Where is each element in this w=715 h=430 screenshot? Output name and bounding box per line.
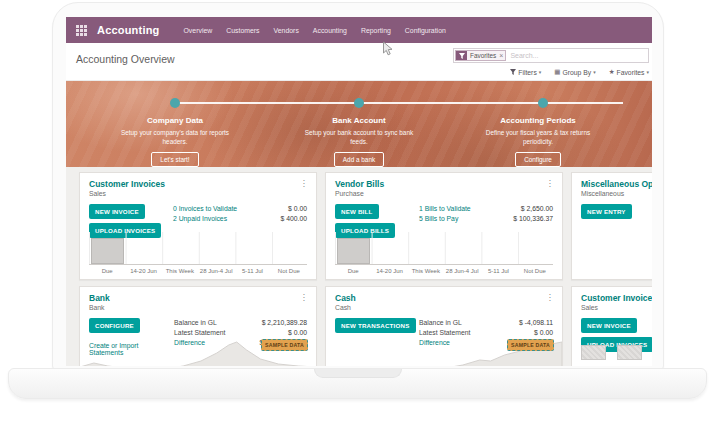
stat-row: 0 Invoices to Validate $ 0.00 bbox=[173, 205, 307, 212]
add-a-bank-button[interactable]: Add a bank bbox=[334, 152, 384, 167]
chevron-down-icon: ▾ bbox=[646, 69, 649, 75]
card-cash: Cash ⋮ Cash NEW TRANSACTIONS Balance in … bbox=[325, 286, 563, 366]
search-input[interactable] bbox=[506, 52, 647, 59]
new-entry-button[interactable]: NEW ENTRY bbox=[581, 204, 632, 219]
axis-label: 28 Jun-4 Jul bbox=[198, 265, 234, 279]
invoices-bar-chart: Due 14-20 Jun This Week 28 Jun-4 Jul 5-1… bbox=[89, 232, 307, 279]
stat-label: Balance in GL bbox=[419, 319, 462, 326]
mini-bar-chart bbox=[581, 345, 652, 360]
app-title: Accounting bbox=[97, 24, 160, 36]
stat-row: 5 Bills to Pay $ 100,336.37 bbox=[419, 215, 553, 222]
onboarding-step-company-data: Company Data Setup your company's data f… bbox=[100, 116, 250, 167]
card-miscellaneous-operations: Miscellaneous Operations ⋮ Miscellaneous… bbox=[571, 172, 652, 280]
group-by-label: Group By bbox=[562, 69, 591, 76]
menu-reporting[interactable]: Reporting bbox=[361, 27, 391, 34]
bar-due[interactable] bbox=[337, 238, 370, 264]
laptop-notch bbox=[314, 369, 402, 378]
menu-vendors[interactable]: Vendors bbox=[274, 27, 299, 34]
menu-overview[interactable]: Overview bbox=[184, 27, 213, 34]
filters-label: Filters bbox=[518, 69, 537, 76]
stat-label[interactable]: 0 Invoices to Validate bbox=[173, 205, 237, 212]
axis-label: 28 Jun-4 Jul bbox=[444, 265, 480, 279]
stat-value: $ 2,210,389.28 bbox=[262, 319, 307, 326]
axis-label: 14-20 Jun bbox=[125, 265, 161, 279]
new-bill-button[interactable]: NEW BILL bbox=[335, 204, 379, 219]
stat-value: $ -4,098.11 bbox=[519, 319, 553, 326]
axis-label: Due bbox=[335, 265, 371, 279]
onboarding-step-accounting-periods: Accounting Periods Define your fiscal ye… bbox=[463, 116, 613, 167]
card-subtitle: Cash bbox=[335, 304, 553, 311]
stat-row: Balance in GL $ -4,098.11 bbox=[419, 319, 553, 326]
card-customer-invoices-2: Customer Invoices ⋮ Sales NEW INVOICE UP… bbox=[571, 286, 652, 366]
onboarding-banner: Company Data Setup your company's data f… bbox=[66, 81, 652, 167]
kebab-menu-icon[interactable]: ⋮ bbox=[546, 292, 555, 302]
top-navbar: Accounting Overview Customers Vendors Ac… bbox=[66, 17, 652, 43]
stat-value: $ 0.00 bbox=[288, 205, 307, 212]
bar-due[interactable] bbox=[91, 238, 124, 264]
kebab-menu-icon[interactable]: ⋮ bbox=[300, 178, 309, 188]
kebab-menu-icon[interactable]: ⋮ bbox=[546, 178, 555, 188]
lets-start-button[interactable]: Let's start! bbox=[151, 152, 198, 167]
sample-data-badge: SAMPLE DATA bbox=[261, 339, 308, 351]
journal-dashboard: Customer Invoices ⋮ Sales NEW INVOICE UP… bbox=[66, 167, 652, 366]
new-transactions-button[interactable]: NEW TRANSACTIONS bbox=[335, 318, 416, 333]
search-options: Filters ▾ ▦ Group By ▾ ★ Favorites ▾ bbox=[510, 68, 649, 76]
step-title: Bank Account bbox=[284, 116, 434, 125]
group-by-button[interactable]: ▦ Group By ▾ bbox=[554, 68, 595, 76]
card-subtitle: Purchase bbox=[335, 190, 553, 197]
menu-accounting[interactable]: Accounting bbox=[313, 27, 347, 34]
kebab-menu-icon[interactable]: ⋮ bbox=[300, 292, 309, 302]
card-title[interactable]: Cash bbox=[335, 293, 553, 303]
stat-value: $ 100,336.37 bbox=[513, 215, 553, 222]
axis-label: 14-20 Jun bbox=[371, 265, 407, 279]
card-title[interactable]: Vendor Bills bbox=[335, 179, 553, 189]
funnel-icon bbox=[510, 69, 516, 75]
onboarding-step-bank-account: Bank Account Setup your bank account to … bbox=[284, 116, 434, 167]
favorites-button[interactable]: ★ Favorites ▾ bbox=[609, 68, 649, 76]
configure-statements-button[interactable]: CONFIGURE bbox=[89, 318, 140, 333]
card-title[interactable]: Bank bbox=[89, 293, 307, 303]
main-menu: Overview Customers Vendors Accounting Re… bbox=[184, 27, 446, 34]
card-subtitle: Sales bbox=[89, 190, 307, 197]
stat-label[interactable]: 2 Unpaid Invoices bbox=[173, 215, 227, 222]
menu-customers[interactable]: Customers bbox=[226, 27, 259, 34]
card-customer-invoices: Customer Invoices ⋮ Sales NEW INVOICE UP… bbox=[79, 172, 317, 280]
configure-button[interactable]: Configure bbox=[515, 152, 561, 167]
timeline-dot bbox=[170, 98, 180, 108]
stat-row: 2 Unpaid Invoices $ 400.00 bbox=[173, 215, 307, 222]
new-invoice-button[interactable]: NEW INVOICE bbox=[89, 204, 145, 219]
chart-axis: Due 14-20 Jun This Week 28 Jun-4 Jul 5-1… bbox=[89, 264, 307, 279]
odoo-window: Accounting Overview Customers Vendors Ac… bbox=[66, 17, 652, 366]
filters-button[interactable]: Filters ▾ bbox=[510, 69, 541, 76]
stat-label[interactable]: 5 Bills to Pay bbox=[419, 215, 458, 222]
stat-row: 1 Bills to Validate $ 2,650.00 bbox=[419, 205, 553, 212]
facet-remove-icon[interactable]: × bbox=[499, 51, 505, 60]
timeline-dot bbox=[354, 98, 364, 108]
chevron-down-icon: ▾ bbox=[593, 69, 596, 75]
card-subtitle: Sales bbox=[581, 304, 652, 311]
sample-data-badge: SAMPLE DATA bbox=[507, 339, 554, 351]
facet-label: Favorites bbox=[467, 51, 499, 60]
stat-value: $ 400.00 bbox=[281, 215, 307, 222]
axis-label: Not Due bbox=[271, 265, 307, 279]
search-facet-favorites[interactable]: Favorites × bbox=[455, 50, 506, 61]
axis-label: This Week bbox=[408, 265, 444, 279]
stat-row: Balance in GL $ 2,210,389.28 bbox=[174, 319, 307, 326]
step-description: Setup your bank account to sync bank fee… bbox=[284, 128, 434, 147]
search-bar[interactable]: Favorites × bbox=[453, 48, 649, 63]
card-title[interactable]: Customer Invoices bbox=[89, 179, 307, 189]
group-by-icon: ▦ bbox=[554, 68, 560, 76]
stat-label[interactable]: 1 Bills to Validate bbox=[419, 205, 471, 212]
new-invoice-button[interactable]: NEW INVOICE bbox=[581, 318, 637, 333]
page-title: Accounting Overview bbox=[76, 53, 175, 65]
axis-label: Due bbox=[89, 265, 125, 279]
axis-label: Not Due bbox=[517, 265, 553, 279]
card-vendor-bills: Vendor Bills ⋮ Purchase NEW BILL UPLOAD … bbox=[325, 172, 563, 280]
card-subtitle: Miscellaneous bbox=[581, 190, 652, 197]
apps-grid-icon[interactable] bbox=[76, 25, 87, 36]
step-title: Accounting Periods bbox=[463, 116, 613, 125]
card-title[interactable]: Miscellaneous Operations bbox=[581, 179, 652, 189]
menu-configuration[interactable]: Configuration bbox=[405, 27, 446, 34]
step-description: Setup your company's data for reports he… bbox=[100, 128, 250, 147]
card-title[interactable]: Customer Invoices bbox=[581, 293, 652, 303]
